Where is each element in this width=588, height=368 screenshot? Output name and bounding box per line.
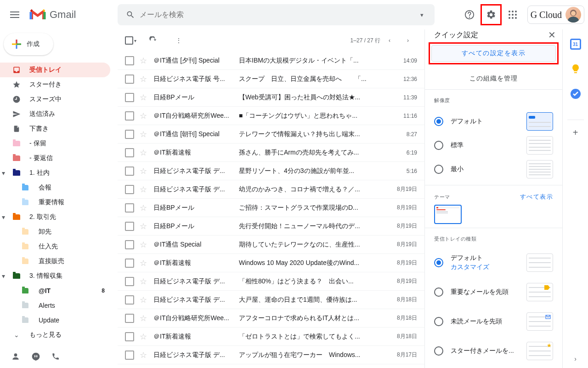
star-icon[interactable]: ☆ — [140, 184, 147, 195]
inbox-type-option-3[interactable]: スター付きメールを...★ — [434, 336, 553, 366]
sidebar-item-0[interactable]: 受信トレイ — [0, 63, 110, 77]
email-checkbox[interactable] — [125, 295, 134, 305]
sidebar-subitem-2-1[interactable]: Alerts — [0, 298, 110, 313]
density-option-2[interactable]: 最小 — [434, 157, 553, 181]
star-icon[interactable]: ☆ — [140, 350, 147, 360]
all-settings-button[interactable]: すべての設定を表示 — [431, 45, 556, 62]
density-option-1[interactable]: 標準 — [434, 133, 553, 157]
sidebar-subitem-0-1[interactable]: 重要情報 — [0, 195, 110, 210]
email-checkbox[interactable] — [125, 130, 134, 139]
star-icon[interactable]: ☆ — [140, 276, 147, 287]
customize-link[interactable]: カスタマイズ — [451, 263, 526, 271]
email-checkbox[interactable] — [125, 203, 134, 213]
sidebar-item-5[interactable]: - 保留 — [0, 136, 110, 151]
calendar-icon[interactable]: 31 — [570, 39, 581, 50]
email-row[interactable]: ☆日経BPメール先行受付開始！ニューノーマル時代のデ...8月19日 — [118, 217, 424, 236]
close-icon[interactable]: ✕ — [548, 29, 556, 40]
rail-expand-button[interactable]: › — [574, 355, 577, 362]
star-icon[interactable]: ☆ — [140, 332, 147, 342]
star-icon[interactable]: ☆ — [140, 166, 147, 176]
star-icon[interactable]: ☆ — [140, 221, 147, 231]
email-row[interactable]: ☆＠IT通信 [朝刊] Specialテレワークで情報漏えい？持ち出し端末...… — [118, 125, 424, 144]
sidebar-item-2[interactable]: スヌーズ中 — [0, 92, 110, 107]
email-row[interactable]: ☆日経ビジネス電子版 デ...星野リゾート、4分の3の施設が前年並...5:16 — [118, 162, 424, 180]
email-checkbox[interactable] — [125, 185, 134, 194]
email-row[interactable]: ☆＠IT通信 Special期待していたテレワークなのに、生産性...8月19日 — [118, 236, 424, 254]
refresh-button[interactable] — [144, 31, 162, 50]
gmail-logo[interactable]: Gmail — [26, 8, 118, 21]
sidebar-item-1[interactable]: スター付き — [0, 77, 110, 92]
inbox-type-option-0[interactable]: デフォルトカスタマイズ — [434, 248, 553, 277]
email-checkbox[interactable] — [125, 75, 134, 84]
tasks-icon[interactable] — [570, 88, 581, 99]
email-checkbox[interactable] — [125, 167, 134, 176]
inbox-type-option-1[interactable]: 重要なメールを先頭 — [434, 277, 553, 307]
compose-button[interactable]: 作成 — [4, 33, 53, 55]
account-switcher[interactable]: G Cloud — [527, 6, 584, 24]
manage-org-link[interactable]: この組織を管理 — [425, 68, 562, 90]
email-row[interactable]: ☆＠IT自分戦略研究所Wee...■「コーチングはウザい」と思われちゃ...11… — [118, 107, 424, 125]
email-row[interactable]: ☆日経ビジネス電子版 号...スクープ 日立、日立金属を売却へ 「...12:3… — [118, 70, 424, 88]
sidebar-subitem-1-2[interactable]: 直接販売 — [0, 254, 110, 269]
inbox-type-option-2[interactable]: 未読メールを先頭 — [434, 307, 553, 336]
sidebar-item-3[interactable]: 送信済み — [0, 107, 110, 121]
prev-page-button[interactable]: ‹ — [380, 31, 399, 50]
star-icon[interactable]: ☆ — [140, 56, 147, 66]
sidebar-subitem-2-2[interactable]: Update — [0, 313, 110, 328]
email-checkbox[interactable] — [125, 259, 134, 268]
email-row[interactable]: ☆＠IT新着速報「ゼロトラストとは」で検索してもよく...8月18日 — [118, 328, 424, 346]
select-all-checkbox[interactable]: ▾ — [125, 36, 136, 45]
email-row[interactable]: ☆日経ビジネス電子版 デ...「相性80%」はどう決まる？ 出会い...8月19… — [118, 272, 424, 291]
apps-grid-icon[interactable] — [503, 6, 522, 24]
email-checkbox[interactable] — [125, 148, 134, 157]
theme-view-all-link[interactable]: すべて表示 — [520, 193, 554, 201]
sidebar-item-6[interactable]: - 要返信 — [0, 151, 110, 166]
star-icon[interactable]: ☆ — [140, 129, 147, 139]
email-checkbox[interactable] — [125, 222, 134, 231]
sidebar-group-0[interactable]: ▾1. 社内 — [0, 166, 110, 180]
star-icon[interactable]: ☆ — [140, 258, 147, 268]
more-button[interactable]: ⋮ — [170, 31, 188, 50]
next-page-button[interactable]: › — [399, 31, 417, 50]
star-icon[interactable]: ☆ — [140, 148, 147, 158]
star-icon[interactable]: ☆ — [140, 111, 147, 121]
settings-gear-icon[interactable] — [481, 4, 502, 25]
search-options-button[interactable]: ▾ — [413, 6, 431, 24]
sidebar-group-2[interactable]: ▾3. 情報収集 — [0, 269, 110, 283]
star-icon[interactable]: ☆ — [140, 74, 147, 84]
email-row[interactable]: ☆＠IT自分戦略研究所Wee...アフターコロナで求められるIT人材とは...8… — [118, 309, 424, 328]
sidebar-item-4[interactable]: 下書き — [0, 121, 110, 136]
email-checkbox[interactable] — [125, 93, 134, 102]
email-row[interactable]: ☆日経ビジネス電子版 デ...アップルが狙う在宅ワーカー Windows...8… — [118, 346, 424, 364]
star-icon[interactable]: ☆ — [140, 295, 147, 305]
email-row[interactable]: ☆＠IT新着速報孫さん、勝手にArmの売却先を考えてみ...6:19 — [118, 144, 424, 162]
sidebar-more[interactable]: ⌄ もっと見る — [0, 328, 110, 342]
sidebar-subitem-1-1[interactable]: 仕入先 — [0, 239, 110, 254]
sidebar-subitem-0-0[interactable]: 会報 — [0, 180, 110, 195]
contacts-icon[interactable] — [11, 352, 20, 362]
email-row[interactable]: ☆＠IT新着速報Windows 10 May 2020 Update後のWind… — [118, 254, 424, 272]
email-checkbox[interactable] — [125, 111, 134, 121]
star-icon[interactable]: ☆ — [140, 92, 147, 103]
search-input[interactable] — [140, 11, 413, 19]
email-checkbox[interactable] — [125, 332, 134, 341]
email-checkbox[interactable] — [125, 240, 134, 249]
add-addon-button[interactable]: + — [567, 120, 584, 129]
email-row[interactable]: ☆日経BPメールご招待：スマートグラスで作業現場のD...8月19日 — [118, 199, 424, 217]
email-checkbox[interactable] — [125, 351, 134, 360]
main-menu-button[interactable] — [4, 4, 26, 26]
star-icon[interactable]: ☆ — [140, 240, 147, 250]
email-row[interactable]: ☆日経ビジネス電子版 デ...大戸屋、運命の日まで1週間、優待族は...8月18… — [118, 291, 424, 309]
help-icon[interactable] — [460, 6, 479, 24]
email-checkbox[interactable] — [125, 56, 134, 65]
sidebar-subitem-2-0[interactable]: @IT8 — [0, 283, 110, 298]
sidebar-group-1[interactable]: ▾2. 取引先 — [0, 210, 110, 224]
email-row[interactable]: ☆＠IT通信 [夕刊] Special日本IBMの大規模デジタル・イベント「..… — [118, 52, 424, 70]
keep-icon[interactable] — [570, 63, 581, 75]
email-row[interactable]: ☆日経BPメール【Web受講可】困った社員への対処法★...11:39 — [118, 88, 424, 107]
hangouts-icon[interactable] — [31, 352, 40, 362]
theme-thumbnail[interactable] — [434, 205, 462, 224]
phone-icon[interactable] — [51, 352, 60, 362]
email-checkbox[interactable] — [125, 314, 134, 323]
email-checkbox[interactable] — [125, 277, 134, 286]
